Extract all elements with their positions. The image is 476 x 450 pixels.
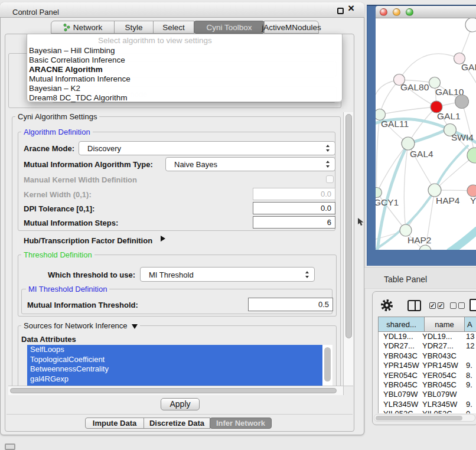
table-row[interactable]: YDR27...YDR27...12: [379, 341, 476, 351]
settings-hscrollbar-thumb[interactable]: [10, 388, 337, 393]
gear-icon[interactable]: [380, 298, 394, 312]
mi-threshold-label: Mutual Information Threshold:: [27, 301, 138, 309]
threshold-definition-title: Threshold Definition: [21, 250, 94, 259]
tab-style[interactable]: Style: [114, 21, 154, 34]
minimized-window-icon[interactable]: [5, 444, 15, 450]
combo-arrows-icon: [305, 271, 309, 278]
unchecked-checkbox-icon[interactable]: [458, 302, 465, 309]
tab-select[interactable]: Select: [153, 21, 194, 34]
network-node-gcy1[interactable]: [376, 188, 382, 198]
aracne-mode-select[interactable]: Discovery: [79, 141, 335, 155]
aracne-mode-label: Aracne Mode:: [24, 144, 74, 153]
tab-infer-network[interactable]: Infer Network: [210, 418, 272, 429]
algorithm-option-basic-correlation-inference[interactable]: Basic Correlation Inference: [29, 56, 340, 65]
algorithm-option-aracne-algorithm[interactable]: ARACNE Algorithm: [29, 65, 340, 74]
tab-impute-data[interactable]: Impute Data: [85, 418, 144, 429]
settings-horizontal-scrollbar[interactable]: [8, 386, 343, 395]
close-icon[interactable]: ×: [348, 2, 354, 15]
attribute-item-gal4rgexp[interactable]: gal4RGexp: [27, 374, 322, 384]
mi-threshold-field[interactable]: 0.5: [248, 298, 333, 311]
tab-label: Impute Data: [93, 419, 136, 428]
zoom-traffic-light[interactable]: [406, 8, 413, 16]
table-cell: YBL079W: [422, 390, 457, 399]
table-row[interactable]: YPR145WYPR145W9.: [379, 361, 476, 370]
dpi-tolerance-field[interactable]: 0.0: [253, 202, 335, 214]
unchecked-checkbox-icon[interactable]: [450, 302, 457, 309]
table-cell: 12: [466, 341, 474, 351]
column-header-shared[interactable]: shared...: [379, 317, 425, 331]
mi-steps-field[interactable]: 6: [253, 216, 335, 229]
tab-cyni-toolbox[interactable]: Cyni Toolbox: [194, 21, 265, 34]
table-row[interactable]: YBR043CYBR043C: [379, 351, 476, 361]
mi-type-label: Mutual Information Algorithm Type:: [24, 160, 153, 169]
apply-button[interactable]: Apply: [161, 398, 200, 410]
attribute-item-selfloops[interactable]: SelfLoops: [27, 345, 322, 355]
table-row[interactable]: YER054CYER054C8.: [379, 371, 476, 380]
table-body[interactable]: YDL19...YDL19...13YDR27...YDR27...12YBR0…: [378, 332, 476, 413]
network-node[interactable]: [419, 245, 431, 250]
attributes-scrollbar-thumb[interactable]: [324, 347, 331, 381]
data-attributes-list[interactable]: SelfLoopsTopologicalCoefficientBetweenne…: [27, 345, 332, 386]
checked-checkbox-icon[interactable]: ✓: [438, 302, 444, 309]
close-traffic-light[interactable]: [380, 8, 387, 16]
table-cell: YIL052C: [383, 409, 413, 413]
attribute-item-betweennesscentrality[interactable]: BetweennessCentrality: [27, 364, 322, 374]
network-node-y[interactable]: [467, 185, 476, 197]
tab-network[interactable]: Network: [51, 21, 115, 34]
network-canvas[interactable]: GALGAL80GAL10GAL1GAL11SWI4GAL4HAP4YGCY1H…: [376, 18, 476, 250]
tab-discretize-data[interactable]: Discretize Data: [144, 418, 210, 429]
tab-jactivemnodules[interactable]: jActiveMNodules: [264, 21, 319, 34]
which-threshold-select[interactable]: MI Threshold: [140, 267, 315, 282]
float-window-icon[interactable]: [337, 8, 344, 14]
node-label: HAP2: [407, 235, 432, 245]
table-horizontal-scrollbar[interactable]: [374, 414, 475, 422]
network-node-gal4[interactable]: [402, 137, 415, 150]
algorithm-option-mutual-information-inference[interactable]: Mutual Information Inference: [29, 74, 340, 84]
attributes-scrollbar[interactable]: [322, 345, 332, 386]
document-icon[interactable]: [470, 299, 476, 311]
table-row[interactable]: YIL052CYIL052C0.: [379, 409, 476, 413]
kernel-width-field[interactable]: 0.0: [253, 188, 335, 200]
network-node-hap2[interactable]: [400, 224, 412, 236]
which-threshold-label: Which threshold to use:: [48, 270, 135, 279]
table-cell: 8.: [466, 371, 472, 380]
network-node[interactable]: [455, 95, 469, 109]
table-cell: YDL19...: [422, 332, 452, 341]
settings-vscrollbar-thumb[interactable]: [345, 114, 352, 338]
tab-label: Select: [162, 23, 185, 32]
manual-kernel-checkbox[interactable]: [326, 175, 334, 183]
attribute-item-topologicalcoefficient[interactable]: TopologicalCoefficient: [27, 355, 322, 365]
table-cell: YBR045C: [383, 380, 418, 390]
combo-arrows-icon: [326, 145, 330, 152]
selected-attributes: SelfLoopsTopologicalCoefficientBetweenne…: [27, 345, 322, 386]
table-row[interactable]: YBL079WYBL079W: [379, 390, 476, 399]
table-row[interactable]: YLR345WYLR345W9.: [379, 400, 476, 409]
tab-label: Network: [73, 23, 103, 32]
settings-vertical-scrollbar[interactable]: [343, 112, 353, 386]
algorithm-option-bayesian-k2[interactable]: Bayesian – K2: [29, 84, 340, 93]
tab-label: Style: [125, 23, 142, 32]
columns-icon[interactable]: [407, 300, 421, 311]
column-header-name[interactable]: name: [425, 317, 465, 331]
node-label: GAL80: [400, 82, 429, 92]
mi-algorithm-type-select[interactable]: Naive Bayes: [165, 157, 335, 171]
table-hscrollbar-thumb[interactable]: [376, 416, 462, 420]
sources-title[interactable]: Sources for Network Inference: [21, 321, 140, 330]
window-title: Control Panel: [12, 8, 59, 17]
network-node-hap4[interactable]: [428, 184, 441, 197]
hub-section-label[interactable]: Hub/Transcription Factor Definition: [24, 236, 152, 245]
table-cell: YLR345W: [383, 400, 418, 409]
table-row[interactable]: YDL19...YDL19...13: [379, 332, 476, 341]
network-node[interactable]: [465, 18, 476, 32]
network-edge: [380, 80, 399, 115]
table-cell: 0.: [466, 409, 472, 413]
minimize-traffic-light[interactable]: [393, 8, 400, 16]
algorithm-option-dream8-dc-tdc-algorithm[interactable]: Dream8 DC_TDC Algorithm: [29, 93, 340, 103]
dpi-tolerance-label: DPI Tolerance [0,1]:: [24, 204, 94, 213]
table-row[interactable]: YBR045CYBR045C9.: [379, 380, 476, 390]
top-tab-bar: NetworkStyleSelectCyni ToolboxjActiveMNo…: [51, 21, 319, 34]
expand-right-icon[interactable]: [161, 236, 165, 242]
algorithm-option-bayesian-hill-climbing[interactable]: Bayesian – Hill Climbing: [29, 46, 340, 56]
checked-checkbox-icon[interactable]: ✓: [429, 302, 436, 309]
column-header-a[interactable]: A: [465, 317, 476, 331]
